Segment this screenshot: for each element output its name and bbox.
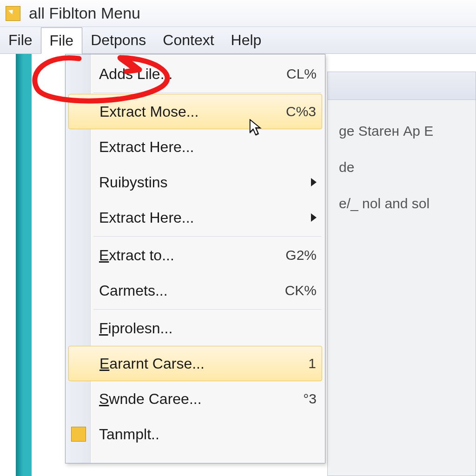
menu-file-1[interactable]: File — [0, 27, 41, 53]
right-pane: ge Stareн Ap E de e/_ nol and sol — [327, 72, 476, 476]
menu-item-tanmplt[interactable]: Tanmplt.. — [66, 416, 324, 452]
app-icon — [6, 6, 20, 21]
menu-help[interactable]: Help — [223, 27, 270, 53]
client-area: ge Stareн Ap E de e/_ nol and sol Adds L… — [32, 54, 476, 476]
menu-separator — [93, 93, 321, 93]
right-pane-line: e/_ nol and sol — [339, 185, 471, 222]
menu-separator — [93, 236, 321, 237]
submenu-arrow-icon — [311, 213, 317, 222]
submenu-arrow-icon — [311, 178, 317, 186]
right-pane-line: ge Stareн Ap E — [339, 113, 471, 149]
menu-item-ruibystins[interactable]: Ruibystins — [66, 165, 324, 200]
right-pane-line: de — [339, 149, 471, 185]
menu-item-eararnt-carse[interactable]: Eararnt Carse... 1 — [68, 346, 322, 381]
menu-item-swnde-caree[interactable]: Swnde Caree... °3 — [66, 381, 324, 416]
menubar: File File Detpons Context Help — [0, 27, 476, 54]
menu-item-extract-here-2[interactable]: Extract Here... — [66, 200, 324, 235]
menu-context[interactable]: Context — [154, 27, 222, 53]
menu-item-extract-mose[interactable]: Extract Mose... C%3 — [68, 94, 322, 129]
menu-item-extract-to[interactable]: Extract to... G2% — [66, 238, 324, 273]
menu-file-2[interactable]: File — [41, 27, 83, 54]
window-title: all Fiblton Menu — [29, 4, 140, 22]
menu-item-carmets[interactable]: Carmets... CK% — [66, 273, 324, 308]
titlebar: all Fiblton Menu — [0, 0, 476, 27]
menu-item-icon — [71, 427, 86, 442]
menu-item-extract-here-1[interactable]: Extract Here... — [66, 129, 324, 165]
app-window: all Fiblton Menu File File Detpons Conte… — [0, 0, 476, 476]
menu-item-fiprolesn[interactable]: Fiprolesn... — [66, 311, 324, 346]
right-pane-header — [328, 72, 476, 100]
client-area-wrap: ge Stareн Ap E de e/_ nol and sol Adds L… — [16, 54, 476, 476]
menu-separator — [93, 309, 321, 310]
right-pane-body: ge Stareн Ap E de e/_ nol and sol — [328, 100, 476, 226]
file-dropdown-menu: Adds Lile... CL% Extract Mose... C%3 Ext… — [65, 54, 325, 463]
menu-item-adds-file[interactable]: Adds Lile... CL% — [66, 56, 324, 92]
menu-detpons[interactable]: Detpons — [82, 27, 154, 53]
